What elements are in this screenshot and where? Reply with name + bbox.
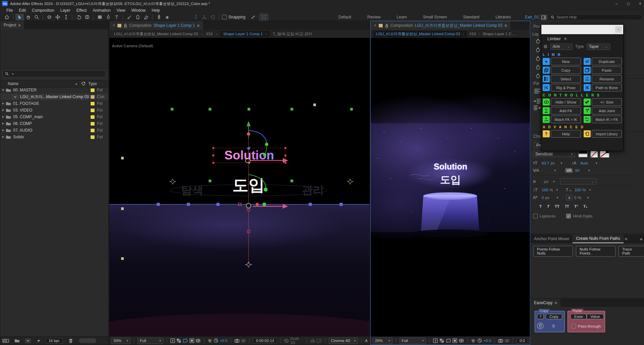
mask-visibility-icon[interactable] [182, 338, 188, 343]
menu-effect[interactable]: Effect [73, 8, 90, 13]
workspace-active[interactable]: Ean_01 [519, 15, 541, 19]
bit-depth-button[interactable]: 16 bpc [46, 338, 63, 343]
interpret-footage-icon[interactable] [2, 339, 9, 343]
search-options-icon[interactable]: ▾ [12, 72, 14, 76]
superscript-button[interactable]: T¹ [574, 204, 578, 208]
workspace-standard[interactable]: Standard [455, 15, 487, 19]
horizontal-scale-value[interactable]: 100 [575, 188, 581, 192]
stroke-width-value[interactable]: - [542, 180, 543, 184]
font-style-dropdown[interactable]: SemiBold ▾ [533, 151, 575, 157]
axis-local-icon[interactable] [192, 14, 200, 20]
column-name[interactable]: Name [8, 81, 18, 86]
project-row-master[interactable]: 00. MASTER Fol [0, 87, 108, 93]
crumb-frame[interactable]: #19 [206, 32, 212, 36]
timecode-clipped[interactable]: 0:0 [517, 338, 528, 343]
chevron-down-icon[interactable]: ▾ [554, 169, 556, 172]
mask-visibility-icon[interactable] [446, 338, 451, 343]
channel-icon[interactable] [208, 338, 212, 343]
limber-path-to-bone-button[interactable]: Path to Bone [592, 84, 622, 91]
project-search-field[interactable]: ▾ [3, 70, 106, 77]
hindi-digits-checkbox[interactable]: ✓ [566, 214, 571, 218]
label-color-chip[interactable] [90, 101, 95, 106]
align-left-icon[interactable] [534, 88, 541, 94]
label-color-chip[interactable] [90, 135, 95, 139]
project-row-comp06[interactable]: 06. COMP Fol [0, 120, 108, 127]
menu-composition[interactable]: Composition [29, 8, 57, 13]
indent-left-icon[interactable] [533, 98, 541, 104]
3d-ground-plane-icon[interactable] [310, 338, 315, 343]
chevron-right-icon[interactable] [2, 129, 4, 132]
chevron-right-icon[interactable] [2, 109, 4, 112]
exposure-icon[interactable] [477, 338, 482, 343]
guides-options-icon[interactable] [459, 338, 464, 343]
new-folder-icon[interactable] [14, 339, 20, 343]
project-row-footage[interactable]: 01. FOOTAGE Fol [0, 100, 108, 107]
unlock-icon[interactable] [124, 23, 127, 27]
tab-create-nulls-from-paths[interactable]: Create Nulls From Paths [573, 234, 623, 243]
axis-view-icon[interactable] [208, 14, 217, 20]
chevron-down-icon[interactable]: ▾ [588, 169, 590, 172]
ease-paste-value-button[interactable]: Value [587, 314, 604, 319]
fast-previews-icon[interactable] [170, 338, 175, 343]
workspace-small-screen[interactable]: Small Screen [415, 15, 455, 19]
project-row-solids[interactable]: Solids Fol [0, 134, 108, 140]
close-button[interactable]: × [639, 1, 641, 6]
label-color-chip[interactable] [90, 108, 95, 113]
label-color-chip[interactable] [90, 115, 95, 119]
snapshot-camera-icon[interactable] [234, 338, 239, 343]
fill-stroke-swatch[interactable] [578, 150, 588, 158]
limber-add-joint-button[interactable]: Add Joint [592, 107, 622, 115]
search-help-field[interactable]: Search Help [548, 14, 642, 20]
hand-tool-icon[interactable] [24, 14, 32, 20]
transparency-grid-icon[interactable] [176, 338, 181, 343]
project-tab[interactable]: Project ≡ [0, 21, 24, 29]
3d-view-icon[interactable] [317, 338, 322, 343]
limber-tab-label[interactable]: Limber [547, 36, 561, 41]
tab-close-icon[interactable]: × [374, 23, 376, 28]
chevron-right-icon[interactable] [2, 116, 4, 118]
limber-match-fk-ik-button[interactable]: Match FK > IK [551, 116, 581, 123]
small-caps-button[interactable]: TT [565, 205, 569, 208]
limber-window-titlebar[interactable]: × [541, 25, 623, 34]
indent-right-icon[interactable] [533, 105, 541, 111]
resolution-dropdown[interactable]: Full ▾ [138, 338, 163, 344]
trash-icon[interactable] [69, 339, 73, 343]
resolution-dropdown[interactable]: Full ▾ [399, 338, 426, 344]
clone-stamp-tool-icon[interactable] [133, 14, 142, 20]
snapshot-camera-icon[interactable] [498, 338, 503, 343]
easecopy-tab[interactable]: EaseCopy ≡ [531, 299, 644, 307]
crumb-current[interactable]: Shape Layer 1 Comp 1 ‹ [220, 31, 269, 37]
menu-layer[interactable]: Layer [57, 8, 73, 13]
stroke-style-dropdown[interactable]: ⌄ [560, 178, 596, 185]
viewer2-panel-menu-icon[interactable]: ≡ [504, 23, 507, 28]
menu-view[interactable]: View [114, 8, 128, 13]
limber-rename-button[interactable]: Rename [592, 75, 622, 83]
chevron-down-icon[interactable]: ▾ [596, 161, 597, 165]
clear-buffer-trash-icon[interactable] [537, 323, 544, 329]
menu-window[interactable]: Window [128, 8, 149, 13]
label-color-chip[interactable] [90, 128, 95, 133]
puppet-pin-tool-icon[interactable] [155, 14, 163, 20]
label-color-chip[interactable] [90, 95, 95, 99]
stopwatch-icons[interactable] [535, 38, 541, 82]
baseline-shift-value[interactable]: 0 [542, 196, 544, 200]
project-panel-menu-icon[interactable]: ≡ [18, 23, 21, 28]
workspace-libraries[interactable]: Libraries [487, 15, 519, 19]
nulls-panel-menu-icon[interactable]: ≡ [625, 236, 628, 242]
sort-ascending-icon[interactable]: ▲ [75, 82, 78, 85]
limber-panel-menu-icon[interactable]: ≡ [564, 36, 567, 41]
limber-hide-show-button[interactable]: Hide / Show [551, 98, 581, 106]
menu-help[interactable]: Help [149, 8, 163, 13]
shrink-icon[interactable] [249, 14, 257, 20]
all-caps-button[interactable]: TT [555, 204, 559, 208]
adjustment-icon[interactable] [36, 339, 41, 343]
ease-paste-ease-button[interactable]: Ease [571, 314, 587, 319]
minimize-button[interactable]: – [615, 1, 618, 6]
limber-duplicate-button[interactable]: Duplicate [592, 58, 622, 65]
limber-help-button[interactable]: Help [551, 130, 581, 138]
stroke-color-swatch[interactable] [600, 150, 610, 158]
rotate-tool-icon[interactable] [74, 14, 83, 20]
motion-sketch-pin-icon[interactable] [163, 14, 171, 20]
limber-select-button[interactable]: Select [551, 75, 581, 83]
pass-through-checkbox[interactable] [571, 324, 576, 329]
